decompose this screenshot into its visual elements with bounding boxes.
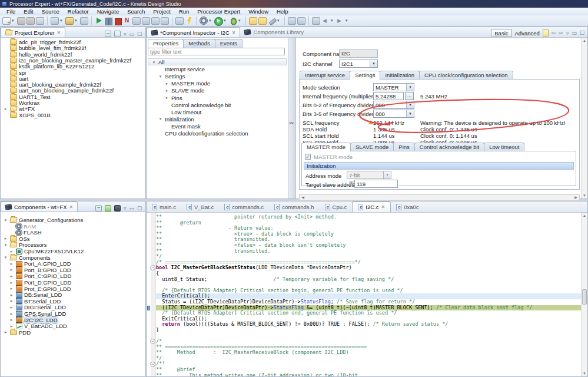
scroll-left-icon[interactable]: ◀ <box>300 195 306 200</box>
mode-tab-slave-mode[interactable]: SLAVE mode <box>350 143 394 151</box>
code-line[interactable]: /*! <box>156 361 581 367</box>
address-mode-select[interactable]: 7-bit addressing▾ <box>347 171 391 179</box>
tree-item-pdd[interactable]: ▸PDD <box>3 329 31 336</box>
processor-icon[interactable] <box>114 205 121 211</box>
code-line[interactable]: } <box>156 328 581 333</box>
tree-arrow-icon[interactable]: ▸ <box>9 312 14 316</box>
save-icon[interactable] <box>17 17 25 25</box>
menu-navigate[interactable]: Navigate <box>93 8 124 15</box>
chevron-down-icon[interactable]: ▾ <box>370 60 377 67</box>
tree-arrow-icon[interactable]: ▾ <box>158 74 163 79</box>
code-line[interactable]: /* {Default RTOS Adapter} Critical secti… <box>156 288 581 294</box>
tree-item-slave-mode[interactable]: ▸SLAVE mode <box>164 87 204 94</box>
scroll-right-icon[interactable]: ▶ <box>573 195 579 200</box>
tree-arrow-icon[interactable]: ▸ <box>9 299 14 303</box>
generate-code-icon[interactable] <box>105 205 111 211</box>
key-icon[interactable] <box>65 17 74 25</box>
tab-component-inspector[interactable]: *Component Inspector - I2C ✕ <box>147 27 240 37</box>
tree-arrow-icon[interactable]: ▸ <box>9 286 14 291</box>
menu-source[interactable]: Source <box>38 8 64 15</box>
stepover-icon[interactable] <box>142 17 150 25</box>
form-tab-cpu-clock-configuration-selection[interactable]: CPU clock/configuration selection <box>419 71 513 80</box>
tree-arrow-icon[interactable]: ▸ <box>9 249 14 254</box>
menu-file[interactable]: File <box>2 8 19 15</box>
dropdown-arrow-icon[interactable]: ▾ <box>238 18 242 23</box>
tree-item-cpu-mk22fx512vlk12[interactable]: ▸Cpu:MK22FX512VLK12 <box>9 248 84 254</box>
tab-components[interactable]: Components - wt+FX ✕ <box>1 201 78 211</box>
dropdown-arrow-icon[interactable]: ▾ <box>12 18 16 23</box>
tree-item-components[interactable]: ▾Components <box>3 254 51 261</box>
code-area[interactable]: −−− ** pointer returned by <Init> method… <box>147 213 581 376</box>
code-line[interactable] <box>156 333 581 339</box>
dropdown-arrow-icon[interactable]: ▾ <box>346 18 350 23</box>
basic-button[interactable]: Basic <box>491 29 511 37</box>
folder-icon[interactable] <box>249 17 257 25</box>
subtab-properties[interactable]: Properties <box>148 39 184 48</box>
tree-arrow-icon[interactable]: ▾ <box>3 243 8 247</box>
tree-item-oss[interactable]: ▸OSs <box>3 236 29 242</box>
form-hscrollbar[interactable]: ◀▶ <box>299 194 580 201</box>
dropdown-arrow-icon[interactable]: ▾ <box>209 18 213 23</box>
play-icon[interactable] <box>95 17 103 25</box>
tree-item-processors[interactable]: ▾Processors <box>3 242 47 248</box>
tree-arrow-icon[interactable]: ▾ <box>3 255 8 260</box>
menu-edit[interactable]: Edit <box>19 8 37 15</box>
bug-icon[interactable] <box>229 17 237 25</box>
minimize-icon[interactable]: ▭ <box>572 30 577 36</box>
menu-project[interactable]: Project <box>149 8 175 15</box>
fold-minus-icon[interactable]: − <box>150 362 155 367</box>
code-line[interactable]: uint8_t Status; /* Temporary variable fo… <box>156 277 581 283</box>
maximize-icon[interactable]: ☐ <box>137 31 142 37</box>
annprev-icon[interactable] <box>288 17 296 25</box>
chevron-down-icon[interactable]: ▾ <box>406 84 414 91</box>
stepret-icon[interactable] <box>151 17 160 25</box>
tree-arrow-icon[interactable]: ▸ <box>9 262 14 266</box>
tree-arrow-icon[interactable]: ▸ <box>9 305 14 310</box>
saveall-icon[interactable] <box>26 17 35 25</box>
form-tab-initialization[interactable]: Initialization <box>380 71 420 80</box>
dropdown-arrow-icon[interactable]: ▾ <box>75 18 79 23</box>
i2c-channel-select[interactable]: I2C1▾ <box>339 59 378 68</box>
ellipsis-button[interactable]: ... <box>405 92 414 100</box>
fwd-icon[interactable] <box>336 17 344 25</box>
close-icon[interactable]: ✕ <box>232 30 236 35</box>
code-line[interactable]: ** pointer returned by <Init> method. <box>156 214 581 220</box>
wrench-icon[interactable] <box>268 17 276 25</box>
back-icon[interactable]: ⇦ <box>552 30 556 36</box>
folder2-icon[interactable] <box>258 17 267 25</box>
tree-arrow-icon[interactable]: ▾ <box>151 60 157 65</box>
dropdown-arrow-icon[interactable]: ▾ <box>331 18 335 23</box>
tree-arrow-icon[interactable]: ▸ <box>9 293 14 297</box>
menu-refactor[interactable]: Refactor <box>64 8 93 15</box>
tree-item-low-timeout[interactable]: Low timeout <box>164 109 201 115</box>
help-page-icon[interactable] <box>543 29 549 37</box>
filter-input[interactable] <box>148 48 285 55</box>
code-line[interactable]: ** Method : I2C_MasterReceiveBlock (comp… <box>156 350 581 356</box>
instr-icon[interactable] <box>161 17 169 25</box>
tree-item-master-mode[interactable]: ▸MASTER mode <box>164 80 210 87</box>
scroll-up-icon[interactable]: ▲ <box>582 38 587 44</box>
scroll-down-icon[interactable]: ▼ <box>582 193 587 199</box>
close-icon[interactable]: ✕ <box>69 204 74 210</box>
runc-icon[interactable] <box>214 17 222 25</box>
annnext-icon[interactable] <box>297 17 305 25</box>
tree-item-initialization[interactable]: ▾Initialization <box>158 116 194 123</box>
form-tab-interrupt-service[interactable]: Interrupt service <box>300 71 350 80</box>
menu-run[interactable]: Run <box>175 8 193 15</box>
tree-arrow-icon[interactable]: ▾ <box>3 218 8 223</box>
editor-tab-commands-c[interactable]: commands.c <box>219 201 269 212</box>
minimize-icon[interactable]: ▭ <box>129 31 134 37</box>
tree-item-db-serial-ldd[interactable]: ▸DB:Serial_LDD <box>9 292 62 298</box>
tree-item-control-acknowledge-bit[interactable]: Control acknowledge bit <box>164 102 231 108</box>
fold-minus-icon[interactable]: − <box>150 265 155 270</box>
form-scrollbar[interactable]: ▲ ▼ <box>581 38 587 199</box>
close-icon[interactable]: ✕ <box>381 204 386 210</box>
menu-window[interactable]: Window <box>244 8 273 15</box>
menu-processor-expert[interactable]: Processor Expert <box>193 8 244 15</box>
tree-arrow-icon[interactable]: ▸ <box>9 267 14 272</box>
tree-item-v-bat-adc-ldd[interactable]: ▸V_Bat:ADC_LDD <box>9 323 67 329</box>
back-icon[interactable] <box>321 17 330 25</box>
search-icon[interactable] <box>80 17 88 25</box>
pane-splitter[interactable]: << <box>288 38 296 199</box>
stepin-icon[interactable] <box>132 17 141 25</box>
